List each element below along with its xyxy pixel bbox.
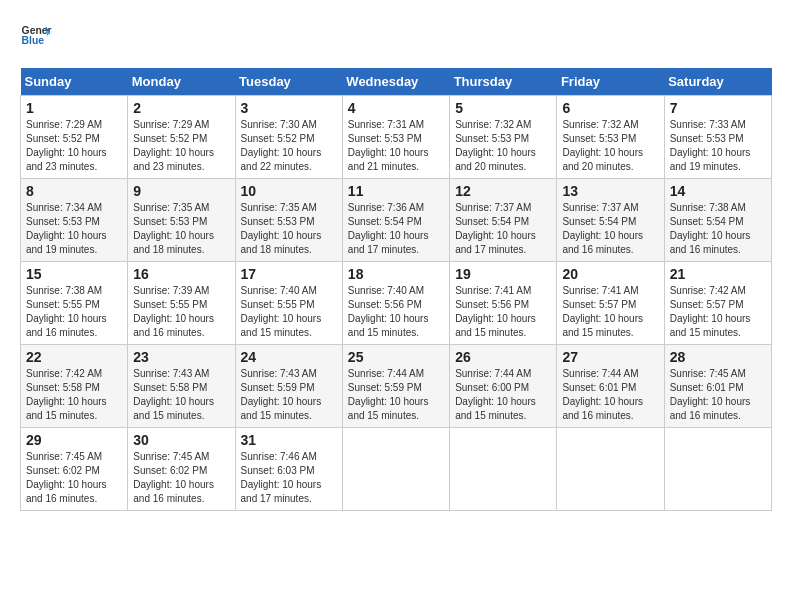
calendar-cell: 5Sunrise: 7:32 AMSunset: 5:53 PMDaylight… (450, 96, 557, 179)
day-info: Sunrise: 7:44 AMSunset: 6:01 PMDaylight:… (562, 367, 658, 423)
day-info: Sunrise: 7:33 AMSunset: 5:53 PMDaylight:… (670, 118, 766, 174)
day-info: Sunrise: 7:40 AMSunset: 5:55 PMDaylight:… (241, 284, 337, 340)
day-number: 22 (26, 349, 122, 365)
day-number: 16 (133, 266, 229, 282)
day-number: 28 (670, 349, 766, 365)
day-number: 3 (241, 100, 337, 116)
calendar-cell: 20Sunrise: 7:41 AMSunset: 5:57 PMDayligh… (557, 262, 664, 345)
day-info: Sunrise: 7:32 AMSunset: 5:53 PMDaylight:… (562, 118, 658, 174)
calendar-cell: 21Sunrise: 7:42 AMSunset: 5:57 PMDayligh… (664, 262, 771, 345)
day-number: 14 (670, 183, 766, 199)
day-info: Sunrise: 7:37 AMSunset: 5:54 PMDaylight:… (455, 201, 551, 257)
day-info: Sunrise: 7:44 AMSunset: 6:00 PMDaylight:… (455, 367, 551, 423)
day-number: 29 (26, 432, 122, 448)
day-info: Sunrise: 7:45 AMSunset: 6:01 PMDaylight:… (670, 367, 766, 423)
calendar-cell: 22Sunrise: 7:42 AMSunset: 5:58 PMDayligh… (21, 345, 128, 428)
day-info: Sunrise: 7:31 AMSunset: 5:53 PMDaylight:… (348, 118, 444, 174)
day-info: Sunrise: 7:43 AMSunset: 5:58 PMDaylight:… (133, 367, 229, 423)
day-number: 13 (562, 183, 658, 199)
calendar-cell: 24Sunrise: 7:43 AMSunset: 5:59 PMDayligh… (235, 345, 342, 428)
day-number: 23 (133, 349, 229, 365)
calendar-cell (557, 428, 664, 511)
calendar-week-4: 22Sunrise: 7:42 AMSunset: 5:58 PMDayligh… (21, 345, 772, 428)
day-info: Sunrise: 7:42 AMSunset: 5:58 PMDaylight:… (26, 367, 122, 423)
day-number: 27 (562, 349, 658, 365)
day-info: Sunrise: 7:40 AMSunset: 5:56 PMDaylight:… (348, 284, 444, 340)
day-number: 30 (133, 432, 229, 448)
calendar-cell: 7Sunrise: 7:33 AMSunset: 5:53 PMDaylight… (664, 96, 771, 179)
day-number: 11 (348, 183, 444, 199)
calendar-cell: 9Sunrise: 7:35 AMSunset: 5:53 PMDaylight… (128, 179, 235, 262)
calendar-cell: 17Sunrise: 7:40 AMSunset: 5:55 PMDayligh… (235, 262, 342, 345)
day-info: Sunrise: 7:35 AMSunset: 5:53 PMDaylight:… (241, 201, 337, 257)
calendar-cell: 16Sunrise: 7:39 AMSunset: 5:55 PMDayligh… (128, 262, 235, 345)
calendar-table: SundayMondayTuesdayWednesdayThursdayFrid… (20, 68, 772, 511)
calendar-cell: 30Sunrise: 7:45 AMSunset: 6:02 PMDayligh… (128, 428, 235, 511)
day-number: 6 (562, 100, 658, 116)
day-info: Sunrise: 7:45 AMSunset: 6:02 PMDaylight:… (26, 450, 122, 506)
calendar-cell: 19Sunrise: 7:41 AMSunset: 5:56 PMDayligh… (450, 262, 557, 345)
calendar-cell (664, 428, 771, 511)
day-number: 12 (455, 183, 551, 199)
dow-header-tuesday: Tuesday (235, 68, 342, 96)
day-number: 15 (26, 266, 122, 282)
calendar-week-5: 29Sunrise: 7:45 AMSunset: 6:02 PMDayligh… (21, 428, 772, 511)
calendar-cell: 12Sunrise: 7:37 AMSunset: 5:54 PMDayligh… (450, 179, 557, 262)
day-info: Sunrise: 7:43 AMSunset: 5:59 PMDaylight:… (241, 367, 337, 423)
day-number: 26 (455, 349, 551, 365)
svg-text:Blue: Blue (22, 35, 45, 46)
calendar-week-3: 15Sunrise: 7:38 AMSunset: 5:55 PMDayligh… (21, 262, 772, 345)
day-info: Sunrise: 7:29 AMSunset: 5:52 PMDaylight:… (133, 118, 229, 174)
header: General Blue (20, 20, 772, 52)
day-number: 20 (562, 266, 658, 282)
day-info: Sunrise: 7:32 AMSunset: 5:53 PMDaylight:… (455, 118, 551, 174)
calendar-week-1: 1Sunrise: 7:29 AMSunset: 5:52 PMDaylight… (21, 96, 772, 179)
day-number: 18 (348, 266, 444, 282)
day-info: Sunrise: 7:37 AMSunset: 5:54 PMDaylight:… (562, 201, 658, 257)
calendar-cell: 23Sunrise: 7:43 AMSunset: 5:58 PMDayligh… (128, 345, 235, 428)
dow-header-monday: Monday (128, 68, 235, 96)
day-info: Sunrise: 7:30 AMSunset: 5:52 PMDaylight:… (241, 118, 337, 174)
day-info: Sunrise: 7:38 AMSunset: 5:55 PMDaylight:… (26, 284, 122, 340)
day-number: 21 (670, 266, 766, 282)
calendar-cell: 14Sunrise: 7:38 AMSunset: 5:54 PMDayligh… (664, 179, 771, 262)
day-info: Sunrise: 7:41 AMSunset: 5:56 PMDaylight:… (455, 284, 551, 340)
calendar-cell: 8Sunrise: 7:34 AMSunset: 5:53 PMDaylight… (21, 179, 128, 262)
calendar-cell: 25Sunrise: 7:44 AMSunset: 5:59 PMDayligh… (342, 345, 449, 428)
dow-header-saturday: Saturday (664, 68, 771, 96)
day-number: 2 (133, 100, 229, 116)
calendar-cell: 18Sunrise: 7:40 AMSunset: 5:56 PMDayligh… (342, 262, 449, 345)
day-number: 5 (455, 100, 551, 116)
calendar-cell: 10Sunrise: 7:35 AMSunset: 5:53 PMDayligh… (235, 179, 342, 262)
calendar-cell: 2Sunrise: 7:29 AMSunset: 5:52 PMDaylight… (128, 96, 235, 179)
day-number: 8 (26, 183, 122, 199)
calendar-cell: 15Sunrise: 7:38 AMSunset: 5:55 PMDayligh… (21, 262, 128, 345)
day-info: Sunrise: 7:46 AMSunset: 6:03 PMDaylight:… (241, 450, 337, 506)
day-info: Sunrise: 7:39 AMSunset: 5:55 PMDaylight:… (133, 284, 229, 340)
calendar-cell: 13Sunrise: 7:37 AMSunset: 5:54 PMDayligh… (557, 179, 664, 262)
calendar-cell: 26Sunrise: 7:44 AMSunset: 6:00 PMDayligh… (450, 345, 557, 428)
dow-header-wednesday: Wednesday (342, 68, 449, 96)
day-number: 25 (348, 349, 444, 365)
day-info: Sunrise: 7:35 AMSunset: 5:53 PMDaylight:… (133, 201, 229, 257)
calendar-week-2: 8Sunrise: 7:34 AMSunset: 5:53 PMDaylight… (21, 179, 772, 262)
calendar-cell: 31Sunrise: 7:46 AMSunset: 6:03 PMDayligh… (235, 428, 342, 511)
dow-header-sunday: Sunday (21, 68, 128, 96)
day-info: Sunrise: 7:29 AMSunset: 5:52 PMDaylight:… (26, 118, 122, 174)
day-info: Sunrise: 7:38 AMSunset: 5:54 PMDaylight:… (670, 201, 766, 257)
dow-header-thursday: Thursday (450, 68, 557, 96)
day-info: Sunrise: 7:45 AMSunset: 6:02 PMDaylight:… (133, 450, 229, 506)
day-number: 9 (133, 183, 229, 199)
day-number: 1 (26, 100, 122, 116)
day-number: 24 (241, 349, 337, 365)
day-info: Sunrise: 7:36 AMSunset: 5:54 PMDaylight:… (348, 201, 444, 257)
dow-header-friday: Friday (557, 68, 664, 96)
calendar-cell: 1Sunrise: 7:29 AMSunset: 5:52 PMDaylight… (21, 96, 128, 179)
day-number: 4 (348, 100, 444, 116)
calendar-cell: 4Sunrise: 7:31 AMSunset: 5:53 PMDaylight… (342, 96, 449, 179)
calendar-cell: 28Sunrise: 7:45 AMSunset: 6:01 PMDayligh… (664, 345, 771, 428)
logo-icon: General Blue (20, 20, 52, 52)
calendar-cell: 3Sunrise: 7:30 AMSunset: 5:52 PMDaylight… (235, 96, 342, 179)
day-number: 7 (670, 100, 766, 116)
calendar-cell (450, 428, 557, 511)
